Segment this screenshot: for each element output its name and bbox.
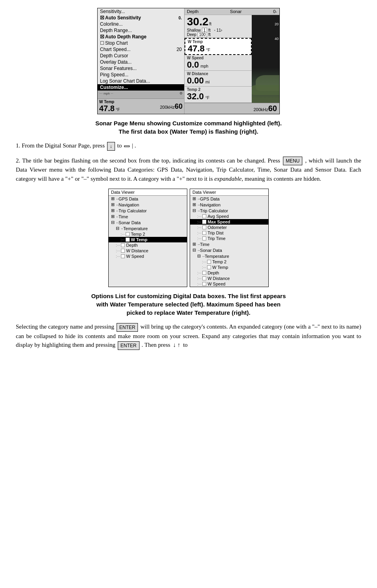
menu-item-sonar-features: Sonar Features... bbox=[98, 65, 184, 72]
menu-item-ping-speed: Ping Speed... bbox=[98, 72, 184, 78]
caption-1: Sonar Page Menu showing Customize comman… bbox=[16, 119, 361, 136]
wtemp-box-right: W Temp 47.8 °F bbox=[185, 38, 252, 55]
sonar-header: Depth Sonar 0- bbox=[185, 8, 279, 15]
dv-wtemp-l: :··· W Temp bbox=[109, 237, 187, 242]
dv-odometer-r: :··· Odometer bbox=[190, 225, 268, 230]
dv-navigation-r: ⊞··Navigation bbox=[190, 202, 268, 208]
step-2-text: 2. The title bar begins flashing on the … bbox=[16, 156, 361, 183]
dv-wdist-l: :··· W Distance bbox=[109, 248, 187, 253]
left-bottom-bar: W Temp 47.8 °F 200kHz60 bbox=[98, 98, 184, 114]
menu-item-sensitivity: Sensitivity... bbox=[98, 8, 184, 15]
menu-item-overlay-data: Overlay Data... bbox=[98, 59, 184, 65]
dv-trip-dist-r: :··· Trip Dist bbox=[190, 230, 268, 236]
dv-trip-calc-r: ⊟··Trip Calculator bbox=[190, 208, 268, 214]
dv-wtemp-r: :··· W Temp bbox=[190, 265, 268, 270]
menu-item-customize: Customize... bbox=[98, 84, 184, 91]
dv-padding-l bbox=[109, 259, 187, 275]
dv-right-header: Data Viewer bbox=[190, 189, 268, 196]
step1-button2[interactable] bbox=[124, 146, 130, 147]
step3-button2[interactable]: ENTER bbox=[118, 341, 139, 350]
dv-trip-time-r: :··· Trip Time bbox=[190, 236, 268, 241]
dv-temp2-r: :··· Temp 2 bbox=[190, 259, 268, 265]
depth-box: 30.2 ft Shallow 1 ft ◦ 11› bbox=[185, 15, 252, 38]
freq-box-right: 200kHz60 bbox=[253, 104, 277, 113]
menu-item-colorline: Colorline... bbox=[98, 21, 184, 27]
data-viewer-right: Data Viewer ⊞··GPS Data ⊞··Navigation ⊟·… bbox=[190, 189, 269, 287]
dv-navigation-l: ⊞··Navigation bbox=[109, 202, 187, 208]
dv-left-header: Data Viewer bbox=[109, 189, 187, 196]
dv-wspeed-l: :··· W Speed bbox=[109, 253, 187, 259]
scale-20: 20 bbox=[275, 22, 279, 26]
dv-sonar-data-r: ⊟··Sonar Data bbox=[190, 247, 268, 253]
dv-wspeed-r: :··· W Speed bbox=[190, 281, 268, 287]
dv-time-r: ⊞··Time bbox=[190, 241, 268, 247]
freq-box-left: 200kHz60 bbox=[160, 102, 183, 111]
scale-40: 40 bbox=[275, 37, 279, 41]
wdistance-box: W Distance 0.00 mi bbox=[185, 71, 252, 87]
depth-side: 30.2 ft Shallow 1 ft ◦ 11› bbox=[187, 16, 249, 37]
noise-line: ···· mph ··· ⚙ bbox=[98, 91, 184, 98]
temp2-box: Temp 2 32.0 °F bbox=[185, 87, 252, 102]
dv-depth-l: :··· Depth bbox=[109, 242, 187, 248]
sonar-blob2 bbox=[252, 85, 279, 95]
step3-button1[interactable]: ENTER bbox=[117, 323, 138, 332]
wtemp-box-left: W Temp 47.8 °F bbox=[99, 100, 160, 113]
dv-gps-data-r: ⊞··GPS Data bbox=[190, 196, 268, 202]
dv-temperature-r: ⊟··Temperature bbox=[190, 253, 268, 259]
menu-item-log-sonar: Log Sonar Chart Data... bbox=[98, 78, 184, 84]
data-viewer-left: Data Viewer ⊞··GPS Data ⊞··Navigation ⊞·… bbox=[108, 189, 187, 287]
top-screenshots: Sensitivity... ☒ Auto Sensitivity 0. Col… bbox=[97, 8, 280, 114]
dv-temp2-l: :··· Temp 2 bbox=[109, 231, 187, 237]
dv-gps-data-l: ⊞··GPS Data bbox=[109, 196, 187, 202]
step-3-text: Selecting the category name and pressing… bbox=[16, 322, 361, 350]
dv-depth-r: :··· Depth bbox=[190, 270, 268, 276]
dv-avg-speed-r: :··· Avg Speed bbox=[190, 214, 268, 219]
sonar-main-area: 30.2 ft Shallow 1 ft ◦ 11› bbox=[185, 15, 279, 103]
menu-item-auto-sensitivity: ☒ Auto Sensitivity 0. bbox=[98, 15, 184, 21]
menu-item-stop-chart: ☐ Stop Chart bbox=[98, 40, 184, 46]
menu-item-chart-speed: Chart Speed... 20 bbox=[98, 46, 184, 53]
sonar-image: 20 40 bbox=[252, 15, 279, 103]
sonar-panel: Depth Sonar 0- 30.2 ft bbox=[185, 8, 279, 114]
data-viewer-screenshots: Data Viewer ⊞··GPS Data ⊞··Navigation ⊞·… bbox=[16, 189, 361, 287]
wspeed-box: W Speed 0.0 mph bbox=[185, 55, 252, 71]
menu-item-auto-depth: ☒ Auto Depth Range bbox=[98, 34, 184, 40]
dv-temperature-l: ⊟··Temperature bbox=[109, 225, 187, 231]
dv-time-l: ⊞··Time bbox=[109, 214, 187, 219]
dv-max-speed-r: :··· Max Speed bbox=[190, 219, 268, 225]
dv-sonar-data-l: ⊟··Sonar Data bbox=[109, 219, 187, 225]
menu-item-depth-cursor: Depth Cursor bbox=[98, 53, 184, 59]
dv-wdist-r: :··· W Distance bbox=[190, 276, 268, 281]
dv-trip-calc-l: ⊞··Trip Calculator bbox=[109, 208, 187, 214]
step1-button[interactable]: ↓ bbox=[107, 142, 115, 151]
step-1-text: 1. From the Digital Sonar Page, press ↓ … bbox=[16, 141, 361, 151]
depth-left: 30.2 ft Shallow 1 ft ◦ 11› bbox=[187, 16, 249, 37]
caption-2: Options List for customizing Digital Dat… bbox=[16, 292, 361, 317]
right-bottom-bar: 200kHz60 bbox=[185, 103, 279, 114]
shallow-deep-fields: Shallow 1 ft ◦ 11› Deep 100 bbox=[187, 28, 249, 37]
menu-panel: Sensitivity... ☒ Auto Sensitivity 0. Col… bbox=[98, 8, 185, 114]
step2-button[interactable]: MENU bbox=[283, 157, 302, 165]
menu-item-depth-range: Depth Range... bbox=[98, 27, 184, 34]
top-screenshot-container: Sensitivity... ☒ Auto Sensitivity 0. Col… bbox=[16, 8, 361, 114]
step3-arrows: ↓ ↑ bbox=[173, 342, 181, 348]
data-boxes: 30.2 ft Shallow 1 ft ◦ 11› bbox=[185, 15, 252, 103]
